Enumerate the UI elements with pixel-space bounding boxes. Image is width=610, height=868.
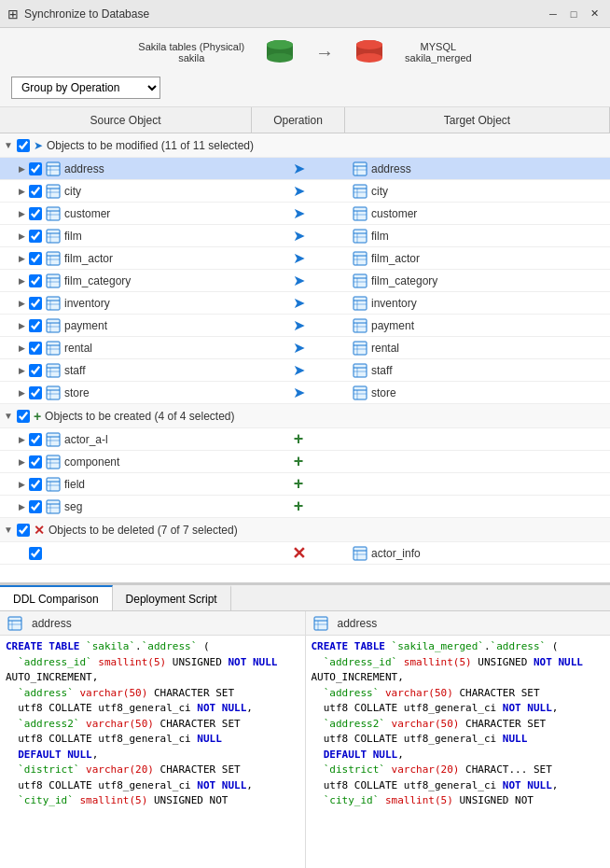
row-checkbox[interactable] <box>29 297 42 310</box>
row-operation: ➤ <box>252 204 345 222</box>
row-source-name: film_category <box>64 274 131 287</box>
row-expand-icon[interactable]: ▶ <box>19 502 25 511</box>
ddl-left-content[interactable]: CREATE TABLE `sakila`.`address` ( `addre… <box>0 636 305 868</box>
row-expand-icon[interactable]: ▶ <box>19 164 25 174</box>
svg-rect-48 <box>47 274 60 287</box>
row-expand-icon[interactable]: ▶ <box>19 321 25 330</box>
row-source: ▶ component <box>0 455 252 469</box>
table-object-icon <box>46 385 61 400</box>
row-expand-icon[interactable]: ▶ <box>19 457 25 467</box>
row-source-name: rental <box>64 342 92 355</box>
row-checkbox[interactable] <box>29 162 42 175</box>
svg-rect-76 <box>354 342 367 355</box>
tab-deployment-script[interactable]: Deployment Script <box>113 585 231 610</box>
row-checkbox[interactable] <box>29 252 42 265</box>
row-operation: ➤ <box>252 227 345 245</box>
group-delete-label: Objects to be deleted (7 of 7 selected) <box>49 524 238 537</box>
close-button[interactable]: ✕ <box>586 6 603 22</box>
row-target-name: inventory <box>371 297 417 310</box>
row-source: ▶ film <box>0 229 252 244</box>
titlebar-controls: ─ □ ✕ <box>545 6 603 22</box>
row-operation: ➤ <box>252 249 345 267</box>
table-row[interactable]: ▶ seg + <box>0 496 610 518</box>
group-delete-checkbox[interactable] <box>17 524 30 537</box>
row-checkbox[interactable] <box>29 319 42 332</box>
row-checkbox[interactable] <box>29 207 42 220</box>
table-object-icon <box>353 273 367 288</box>
row-checkbox[interactable] <box>29 478 42 491</box>
table-row[interactable]: ▶ actor_a-l + <box>0 428 610 451</box>
delete-op-icon: ✕ <box>292 543 306 564</box>
col-header-target: Target Object <box>345 107 610 133</box>
svg-rect-112 <box>354 547 367 560</box>
row-source-name: component <box>64 455 119 469</box>
row-checkbox[interactable] <box>29 274 42 287</box>
row-expand-icon[interactable]: ▶ <box>19 276 25 286</box>
table-row[interactable]: ▶ inventory ➤ inventory <box>0 292 610 315</box>
row-expand-icon[interactable]: ▶ <box>19 254 25 263</box>
table-object-icon <box>46 318 61 333</box>
row-checkbox[interactable] <box>29 386 42 399</box>
table-object-icon <box>353 251 367 266</box>
table-row[interactable]: ▶ film ➤ film <box>0 225 610 247</box>
row-expand-icon[interactable]: ▶ <box>19 299 25 308</box>
group-delete-header[interactable]: ▼ ✕ Objects to be deleted (7 of 7 select… <box>0 518 610 542</box>
main-window: ⊞ Synchronize to Database ─ □ ✕ Sakila t… <box>0 0 610 868</box>
maximize-button[interactable]: □ <box>565 6 582 22</box>
source-label-block: Sakila tables (Physical) sakila <box>138 41 244 63</box>
row-expand-icon[interactable]: ▶ <box>19 231 25 241</box>
table-row[interactable]: ▶ film_actor ➤ film_actor <box>0 247 610 270</box>
table-content[interactable]: ▼ ➤ Objects to be modified (11 of 11 sel… <box>0 133 610 582</box>
row-operation: ➤ <box>252 272 345 289</box>
group-modify-header[interactable]: ▼ ➤ Objects to be modified (11 of 11 sel… <box>0 133 610 158</box>
row-checkbox[interactable] <box>29 433 42 446</box>
create-plus-icon: + <box>34 409 41 424</box>
table-row[interactable]: ▶ staff ➤ staff <box>0 359 610 382</box>
window-title: Synchronize to Database <box>24 7 149 21</box>
arrow-icon: → <box>315 42 334 63</box>
minimize-button[interactable]: ─ <box>545 6 561 22</box>
tab-ddl-comparison[interactable]: DDL Comparison <box>0 585 113 610</box>
row-expand-icon[interactable]: ▶ <box>19 388 25 398</box>
table-row[interactable]: ▶ component + <box>0 451 610 473</box>
target-label: MYSQL <box>405 41 472 52</box>
modify-op-icon: ➤ <box>293 361 305 379</box>
delete-x-icon: ✕ <box>34 523 45 538</box>
row-expand-icon[interactable]: ▶ <box>19 343 25 353</box>
table-row[interactable]: ▶ payment ➤ payment <box>0 315 610 337</box>
table-object-icon <box>353 385 367 400</box>
svg-point-7 <box>356 40 382 49</box>
group-create-checkbox[interactable] <box>17 410 30 423</box>
row-expand-icon[interactable]: ▶ <box>19 366 25 375</box>
row-source-name: inventory <box>64 297 110 310</box>
group-create-header[interactable]: ▼ + Objects to be created (4 of 4 select… <box>0 404 610 428</box>
table-object-icon <box>353 363 367 378</box>
table-row[interactable]: ▶ address ➤ address <box>0 158 610 180</box>
group-selector: Group by Operation Group by Type <box>11 77 599 99</box>
ddl-right-content[interactable]: CREATE TABLE `sakila_merged`.`address` (… <box>306 636 611 868</box>
svg-rect-100 <box>47 455 60 469</box>
row-checkbox[interactable] <box>29 364 42 377</box>
row-expand-icon[interactable]: ▶ <box>19 187 25 196</box>
modify-op-icon: ➤ <box>293 384 305 401</box>
group-by-select[interactable]: Group by Operation Group by Type <box>11 77 160 99</box>
table-row[interactable]: ▶ store ➤ store <box>0 382 610 404</box>
row-checkbox[interactable] <box>29 342 42 355</box>
table-row[interactable]: ▶ ✕ actor_info <box>0 542 610 565</box>
row-target-name: film_actor <box>371 252 420 265</box>
create-op-icon: + <box>294 474 304 494</box>
row-checkbox[interactable] <box>29 230 42 243</box>
table-row[interactable]: ▶ film_category ➤ film_category <box>0 270 610 292</box>
table-row[interactable]: ▶ field + <box>0 473 610 496</box>
table-row[interactable]: ▶ customer ➤ customer <box>0 203 610 225</box>
table-row[interactable]: ▶ rental ➤ rental <box>0 337 610 359</box>
table-row[interactable]: ▶ city ➤ city <box>0 180 610 203</box>
group-modify-checkbox[interactable] <box>17 139 30 152</box>
row-checkbox[interactable] <box>29 455 42 469</box>
row-checkbox[interactable] <box>29 500 42 513</box>
row-checkbox[interactable] <box>29 547 42 560</box>
row-checkbox[interactable] <box>29 185 42 198</box>
row-expand-icon[interactable]: ▶ <box>19 209 25 218</box>
row-expand-icon[interactable]: ▶ <box>19 480 25 489</box>
row-expand-icon[interactable]: ▶ <box>19 435 25 444</box>
